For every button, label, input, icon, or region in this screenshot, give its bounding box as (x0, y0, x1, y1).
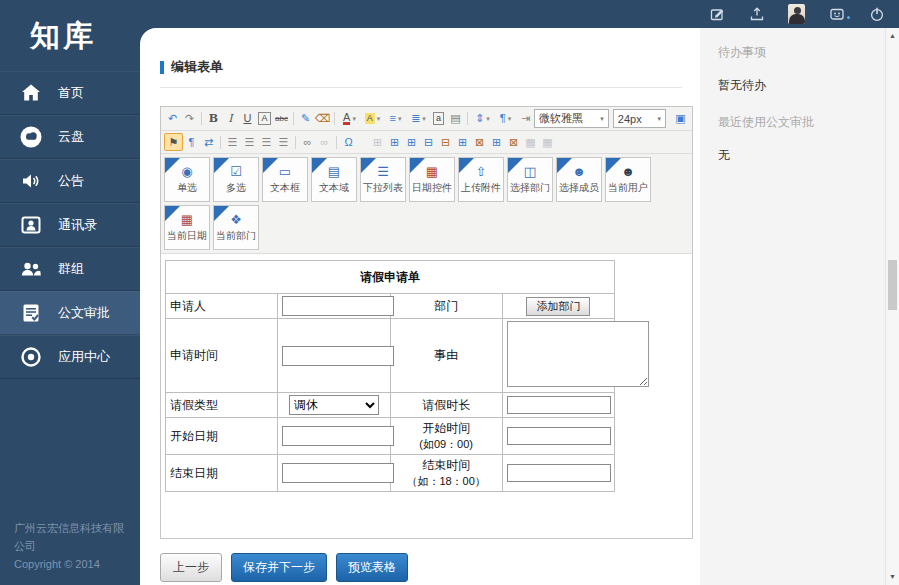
start-time-input[interactable] (507, 427, 611, 445)
upload-icon[interactable] (748, 6, 765, 23)
merge-cells-icon[interactable]: ⊟ (420, 134, 437, 150)
align-left-icon[interactable]: ☰ (224, 134, 241, 150)
preview-form-button[interactable]: 预览表格 (336, 553, 408, 582)
anchor-flag-icon[interactable]: ⚑ (164, 133, 183, 151)
end-time-input[interactable] (507, 464, 611, 482)
italic-icon[interactable]: I (222, 111, 239, 127)
inline-code-icon[interactable]: a (430, 111, 447, 127)
font-family-select[interactable]: 微软雅黑▾ (534, 109, 609, 128)
insert-table-icon[interactable]: ⊞ (369, 134, 386, 150)
insert-col-icon[interactable]: ⊞ (488, 134, 505, 150)
sidebar-item-app-center[interactable]: 应用中心 (0, 335, 140, 379)
textarea-control[interactable]: ▤ 文本域 (311, 157, 357, 202)
format-painter-icon[interactable]: ✎ (297, 111, 314, 127)
select-member-control[interactable]: ☻ 选择成员 (556, 157, 602, 202)
compose-icon[interactable] (708, 6, 725, 23)
sidebar-item-announcements[interactable]: 公告 (0, 159, 140, 203)
toolbar-icon[interactable] (293, 112, 294, 125)
apply-time-input[interactable] (282, 346, 394, 366)
cell-props-icon[interactable]: ⊞ (403, 134, 420, 150)
duration-input[interactable] (507, 396, 611, 414)
table-props-icon[interactable]: ⊞ (386, 134, 403, 150)
reason-textarea[interactable] (507, 321, 649, 387)
special-char-icon[interactable]: Ω (340, 134, 357, 150)
para-spacing-icon[interactable]: ¶ (494, 111, 517, 127)
ordered-list-icon[interactable]: ≡ (384, 111, 407, 127)
dropdown-control[interactable]: ☰ 下拉列表 (360, 157, 406, 202)
split-cells-icon[interactable]: ⊟ (437, 134, 454, 150)
checkbox-control[interactable]: ☑ 多选 (213, 157, 259, 202)
delete-row-icon[interactable]: ⊠ (471, 134, 488, 150)
textbox-control[interactable]: ▭ 文本框 (262, 157, 308, 202)
sidebar-item-contacts[interactable]: 通讯录 (0, 203, 140, 247)
pilcrow-icon[interactable]: ¶ (183, 134, 200, 150)
applicant-input[interactable] (282, 296, 394, 316)
link-icon[interactable]: ∞ (299, 134, 316, 150)
save-next-button[interactable]: 保存并下一步 (231, 553, 327, 582)
unlink-icon[interactable]: ∞ (316, 134, 333, 150)
user-avatar[interactable] (788, 6, 805, 23)
sidebar-item-groups[interactable]: 群组 (0, 247, 140, 291)
text-wrap-icon[interactable]: ⇄ (200, 134, 217, 150)
current-dept-control[interactable]: ❖ 当前部门 (213, 205, 259, 250)
highlight-color-icon[interactable]: A (361, 111, 384, 127)
control-label: 文本框 (270, 181, 300, 195)
sidebar-item-home[interactable]: 首页 (0, 71, 140, 115)
delete-col-icon[interactable]: ⊠ (505, 134, 522, 150)
add-dept-button[interactable]: 添加部门 (526, 297, 590, 316)
insert-row-icon[interactable]: ⊞ (454, 134, 471, 150)
unordered-list-icon[interactable]: ≣ (407, 111, 430, 127)
attachment-control[interactable]: ⇧ 上传附件 (458, 157, 504, 202)
toolbar-icon[interactable] (357, 134, 369, 150)
main-panel: 编辑表单 ↶↷BIUAabc✎⌫AA≡≣a▤⇕¶⇥ 微软雅黑▾ 24px▾ ▣ … (140, 28, 700, 585)
start-date-input[interactable] (282, 426, 394, 446)
end-date-input[interactable] (282, 463, 394, 483)
scroll-down-arrow[interactable]: ▼ (886, 571, 899, 583)
table-extra-icon-b[interactable]: ▦ (539, 134, 556, 150)
align-right-icon[interactable]: ☰ (258, 134, 275, 150)
toolbar-icon[interactable] (220, 136, 221, 149)
toolbar-icon[interactable] (295, 136, 296, 149)
align-justify-icon[interactable]: ☰ (275, 134, 292, 150)
select-dept-control[interactable]: ◫ 选择部门 (507, 157, 553, 202)
toolbar-icon[interactable] (334, 112, 335, 125)
prev-step-button[interactable]: 上一步 (160, 553, 222, 582)
page-scrollbar[interactable]: ▲ ▼ (885, 28, 899, 585)
new-page-icon[interactable]: ▤ (447, 111, 464, 127)
undo-icon[interactable]: ↶ (164, 111, 181, 127)
clear-format-icon[interactable]: ⌫ (314, 111, 331, 127)
scroll-up-arrow[interactable]: ▲ (886, 30, 899, 42)
icon-glyph: ⇄ (204, 137, 213, 148)
fullscreen-icon[interactable]: ▣ (672, 111, 689, 127)
toolbar-icon[interactable] (467, 112, 468, 125)
sidebar-item-document-approval[interactable]: 公文审批 (0, 291, 140, 335)
strikethrough-icon[interactable]: abc (273, 111, 290, 127)
editor-canvas[interactable]: 请假申请单 申请人 部门 添加部门 申请时间 事由 (161, 254, 692, 538)
toolbar-icon[interactable] (336, 136, 337, 149)
scroll-thumb[interactable] (888, 260, 897, 310)
radio-control[interactable]: ◉ 单选 (164, 157, 210, 202)
sidebar-item-clouddrive[interactable]: 云盘 (0, 115, 140, 159)
table-row-title: 请假申请单 (166, 261, 615, 294)
corner-ribbon (361, 158, 376, 173)
message-icon[interactable] (828, 6, 845, 23)
redo-icon[interactable]: ↷ (181, 111, 198, 127)
groups-icon (18, 257, 44, 281)
font-size-select[interactable]: 24px▾ (613, 109, 666, 128)
line-height-icon[interactable]: ⇕ (471, 111, 494, 127)
font-style-icon[interactable]: A (256, 111, 273, 127)
leave-type-select[interactable]: 调休 (289, 395, 379, 415)
toolbar-icon[interactable] (201, 112, 202, 125)
icon-glyph: ⊞ (373, 137, 382, 148)
font-color-icon[interactable]: A (338, 111, 361, 127)
current-user-control[interactable]: ☻ 当前用户 (605, 157, 651, 202)
date-control[interactable]: ▦ 日期控件 (409, 157, 455, 202)
power-icon[interactable] (868, 6, 885, 23)
table-extra-icon-a[interactable]: ▦ (522, 134, 539, 150)
indent-icon[interactable]: ⇥ (517, 111, 534, 127)
current-date-control[interactable]: ▦ 当前日期 (164, 205, 210, 250)
applicant-label: 申请人 (166, 294, 278, 319)
bold-icon[interactable]: B (205, 111, 222, 127)
underline-icon[interactable]: U (239, 111, 256, 127)
align-center-icon[interactable]: ☰ (241, 134, 258, 150)
